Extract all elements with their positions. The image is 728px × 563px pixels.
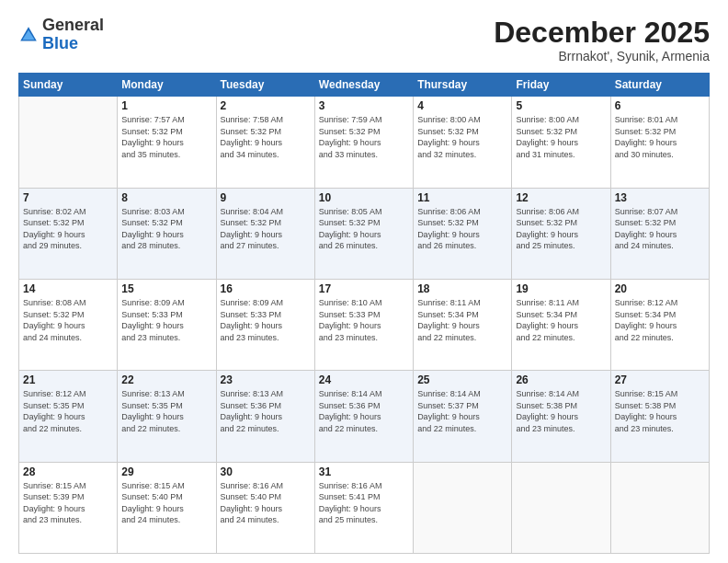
title-block: December 2025 Brrnakot', Syunik, Armenia	[494, 17, 710, 63]
calendar-week-row: 1Sunrise: 7:57 AMSunset: 5:32 PMDaylight…	[19, 97, 710, 188]
table-row: 18Sunrise: 8:11 AMSunset: 5:34 PMDayligh…	[414, 279, 512, 370]
day-info: Sunrise: 8:14 AMSunset: 5:38 PMDaylight:…	[516, 388, 606, 434]
day-info: Sunrise: 8:06 AMSunset: 5:32 PMDaylight:…	[516, 206, 606, 252]
day-number: 28	[23, 465, 113, 478]
calendar-week-row: 28Sunrise: 8:15 AMSunset: 5:39 PMDayligh…	[19, 462, 710, 553]
day-info: Sunrise: 8:14 AMSunset: 5:37 PMDaylight:…	[417, 388, 507, 434]
table-row: 6Sunrise: 8:01 AMSunset: 5:32 PMDaylight…	[610, 97, 709, 188]
day-info: Sunrise: 8:10 AMSunset: 5:33 PMDaylight:…	[319, 297, 409, 343]
calendar-week-row: 21Sunrise: 8:12 AMSunset: 5:35 PMDayligh…	[19, 371, 710, 462]
month-title: December 2025	[494, 17, 710, 49]
day-number: 26	[516, 373, 606, 386]
day-info: Sunrise: 8:16 AMSunset: 5:41 PMDaylight:…	[319, 480, 409, 526]
table-row: 28Sunrise: 8:15 AMSunset: 5:39 PMDayligh…	[19, 462, 118, 553]
day-number: 20	[615, 282, 705, 295]
day-info: Sunrise: 7:57 AMSunset: 5:32 PMDaylight:…	[121, 114, 211, 160]
calendar-week-row: 14Sunrise: 8:08 AMSunset: 5:32 PMDayligh…	[19, 279, 710, 370]
table-row: 1Sunrise: 7:57 AMSunset: 5:32 PMDaylight…	[118, 97, 216, 188]
table-row: 10Sunrise: 8:05 AMSunset: 5:32 PMDayligh…	[314, 188, 413, 279]
logo-general: General	[42, 17, 104, 35]
day-number: 29	[121, 465, 211, 478]
day-info: Sunrise: 8:13 AMSunset: 5:35 PMDaylight:…	[121, 388, 211, 434]
day-number: 31	[319, 465, 409, 478]
day-number: 10	[319, 191, 409, 204]
day-info: Sunrise: 8:15 AMSunset: 5:38 PMDaylight:…	[615, 388, 705, 434]
logo-blue: Blue	[42, 35, 104, 53]
table-row	[610, 462, 709, 553]
calendar-header-row: Sunday Monday Tuesday Wednesday Thursday…	[19, 74, 710, 97]
day-info: Sunrise: 8:09 AMSunset: 5:33 PMDaylight:…	[221, 297, 311, 343]
table-row: 3Sunrise: 7:59 AMSunset: 5:32 PMDaylight…	[314, 97, 413, 188]
day-number: 6	[615, 99, 705, 112]
day-info: Sunrise: 8:08 AMSunset: 5:32 PMDaylight:…	[23, 297, 113, 343]
day-info: Sunrise: 8:07 AMSunset: 5:32 PMDaylight:…	[615, 206, 705, 252]
day-info: Sunrise: 7:59 AMSunset: 5:32 PMDaylight:…	[319, 114, 409, 160]
day-number: 19	[516, 282, 606, 295]
col-friday: Friday	[512, 74, 610, 97]
logo-icon	[18, 25, 39, 45]
table-row: 20Sunrise: 8:12 AMSunset: 5:34 PMDayligh…	[610, 279, 709, 370]
page: General Blue December 2025 Brrnakot', Sy…	[0, 0, 728, 563]
calendar-week-row: 7Sunrise: 8:02 AMSunset: 5:32 PMDaylight…	[19, 188, 710, 279]
day-info: Sunrise: 8:00 AMSunset: 5:32 PMDaylight:…	[516, 114, 606, 160]
day-info: Sunrise: 8:03 AMSunset: 5:32 PMDaylight:…	[121, 206, 211, 252]
table-row: 25Sunrise: 8:14 AMSunset: 5:37 PMDayligh…	[414, 371, 512, 462]
day-number: 2	[221, 99, 311, 112]
day-info: Sunrise: 8:13 AMSunset: 5:36 PMDaylight:…	[221, 388, 311, 434]
subtitle: Brrnakot', Syunik, Armenia	[494, 49, 710, 63]
table-row: 2Sunrise: 7:58 AMSunset: 5:32 PMDaylight…	[216, 97, 314, 188]
day-info: Sunrise: 8:14 AMSunset: 5:36 PMDaylight:…	[319, 388, 409, 434]
table-row: 4Sunrise: 8:00 AMSunset: 5:32 PMDaylight…	[414, 97, 512, 188]
day-number: 16	[221, 282, 311, 295]
header: General Blue December 2025 Brrnakot', Sy…	[18, 17, 710, 63]
table-row: 21Sunrise: 8:12 AMSunset: 5:35 PMDayligh…	[19, 371, 118, 462]
day-number: 18	[417, 282, 507, 295]
day-number: 3	[319, 99, 409, 112]
table-row: 5Sunrise: 8:00 AMSunset: 5:32 PMDaylight…	[512, 97, 610, 188]
calendar-table: Sunday Monday Tuesday Wednesday Thursday…	[18, 73, 710, 554]
col-tuesday: Tuesday	[216, 74, 314, 97]
day-info: Sunrise: 8:09 AMSunset: 5:33 PMDaylight:…	[121, 297, 211, 343]
day-info: Sunrise: 8:02 AMSunset: 5:32 PMDaylight:…	[23, 206, 113, 252]
table-row	[414, 462, 512, 553]
day-number: 25	[417, 373, 507, 386]
day-number: 8	[121, 191, 211, 204]
table-row: 23Sunrise: 8:13 AMSunset: 5:36 PMDayligh…	[216, 371, 314, 462]
day-number: 15	[121, 282, 211, 295]
table-row: 9Sunrise: 8:04 AMSunset: 5:32 PMDaylight…	[216, 188, 314, 279]
table-row: 14Sunrise: 8:08 AMSunset: 5:32 PMDayligh…	[19, 279, 118, 370]
day-info: Sunrise: 8:12 AMSunset: 5:34 PMDaylight:…	[615, 297, 705, 343]
table-row	[19, 97, 118, 188]
day-number: 1	[121, 99, 211, 112]
day-number: 11	[417, 191, 507, 204]
day-number: 27	[615, 373, 705, 386]
table-row: 15Sunrise: 8:09 AMSunset: 5:33 PMDayligh…	[118, 279, 216, 370]
day-info: Sunrise: 8:11 AMSunset: 5:34 PMDaylight:…	[516, 297, 606, 343]
day-info: Sunrise: 8:15 AMSunset: 5:40 PMDaylight:…	[121, 480, 211, 526]
table-row: 17Sunrise: 8:10 AMSunset: 5:33 PMDayligh…	[314, 279, 413, 370]
table-row: 19Sunrise: 8:11 AMSunset: 5:34 PMDayligh…	[512, 279, 610, 370]
col-wednesday: Wednesday	[314, 74, 413, 97]
day-info: Sunrise: 8:15 AMSunset: 5:39 PMDaylight:…	[23, 480, 113, 526]
day-info: Sunrise: 8:06 AMSunset: 5:32 PMDaylight:…	[417, 206, 507, 252]
day-number: 13	[615, 191, 705, 204]
day-number: 24	[319, 373, 409, 386]
table-row: 22Sunrise: 8:13 AMSunset: 5:35 PMDayligh…	[118, 371, 216, 462]
table-row	[512, 462, 610, 553]
day-info: Sunrise: 8:12 AMSunset: 5:35 PMDaylight:…	[23, 388, 113, 434]
day-info: Sunrise: 7:58 AMSunset: 5:32 PMDaylight:…	[221, 114, 311, 160]
table-row: 12Sunrise: 8:06 AMSunset: 5:32 PMDayligh…	[512, 188, 610, 279]
day-number: 4	[417, 99, 507, 112]
day-info: Sunrise: 8:11 AMSunset: 5:34 PMDaylight:…	[417, 297, 507, 343]
day-info: Sunrise: 8:16 AMSunset: 5:40 PMDaylight:…	[221, 480, 311, 526]
col-saturday: Saturday	[610, 74, 709, 97]
col-sunday: Sunday	[19, 74, 118, 97]
day-number: 9	[221, 191, 311, 204]
table-row: 8Sunrise: 8:03 AMSunset: 5:32 PMDaylight…	[118, 188, 216, 279]
table-row: 31Sunrise: 8:16 AMSunset: 5:41 PMDayligh…	[314, 462, 413, 553]
day-info: Sunrise: 8:04 AMSunset: 5:32 PMDaylight:…	[221, 206, 311, 252]
col-thursday: Thursday	[414, 74, 512, 97]
day-number: 23	[221, 373, 311, 386]
day-number: 7	[23, 191, 113, 204]
day-number: 12	[516, 191, 606, 204]
